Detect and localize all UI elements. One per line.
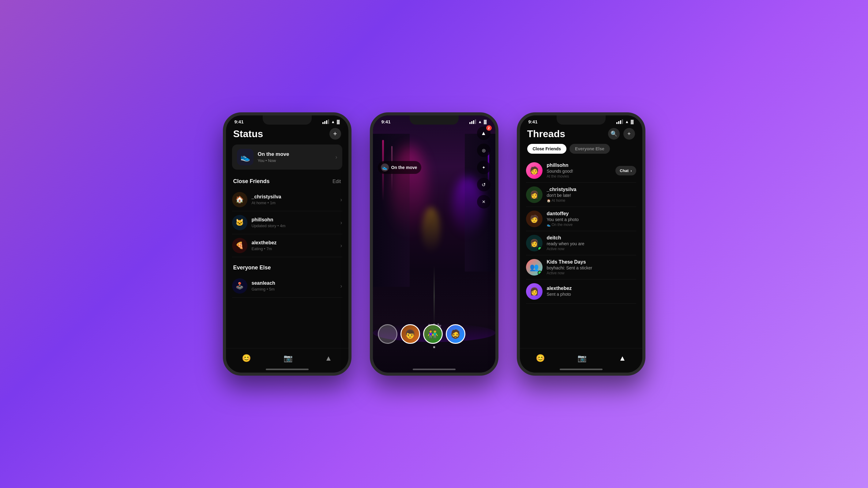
- nav-emoji-1[interactable]: 😊: [242, 354, 251, 363]
- contact-status-1: At home • 1m: [252, 201, 336, 205]
- thread-name-6: alexthebez: [547, 286, 636, 291]
- threads-page-title: Threads: [527, 128, 565, 140]
- story-status-label[interactable]: 👟 On the move: [378, 161, 422, 174]
- thread-phillsohn[interactable]: 🧑 phillsohn Sounds good! At the movies C…: [526, 159, 636, 183]
- thread-name-3: dantoffey: [547, 211, 636, 216]
- status-page-title: Status: [233, 128, 263, 140]
- nav-send-3[interactable]: ▲: [619, 354, 626, 363]
- battery-icon-1: ▓: [337, 119, 340, 124]
- phone-3-frame: 9:41 ▲ ▓ Threads 🔍: [517, 112, 645, 376]
- story-star-button[interactable]: ✦: [477, 161, 491, 174]
- thread-dantoffey[interactable]: 🧑 dantoffey You sent a photo 👟 On the mo…: [526, 207, 636, 231]
- contact-phillsohn[interactable]: 🐱 phillsohn Updated story • 4m ›: [232, 211, 342, 234]
- thread-status-2: 🏠 At home: [547, 199, 636, 203]
- online-indicator-5: [538, 271, 542, 275]
- phone-3-notch: [557, 115, 606, 125]
- status-icons-1: ▲ ▓: [322, 119, 340, 124]
- story-refresh-button[interactable]: ↺: [477, 178, 491, 191]
- story-close-button[interactable]: ✕: [477, 195, 491, 209]
- contact-seanleach[interactable]: 🕹️ seanleach Gaming • 5m ›: [232, 275, 342, 298]
- chat-button-1[interactable]: Chat ›: [615, 166, 636, 176]
- thread-kids-these-days[interactable]: 👥 Kids These Days boyhachi: Sent a stick…: [526, 255, 636, 279]
- tab-everyone-else[interactable]: Everyone Else: [569, 144, 610, 154]
- location-icon: ◎: [482, 148, 486, 153]
- status-icons-2: ▲ ▓: [469, 119, 487, 124]
- thread-preview-2: don't be late!: [547, 193, 636, 198]
- nav-emoji-3[interactable]: 😊: [536, 354, 545, 363]
- status-time-1: 9:41: [235, 119, 244, 124]
- thread-content-4: deitch ready when you are Active now: [547, 235, 636, 251]
- thread-status-5: Active now: [547, 271, 636, 275]
- battery-icon-3: ▓: [631, 119, 633, 124]
- story-top-bar: 👟 On the move ▲ 2 ◎ ✦ ↺: [373, 126, 495, 209]
- thread-preview-1: Sounds good!: [547, 169, 612, 174]
- contact-status-2: Updated story • 4m: [252, 223, 336, 228]
- thread-name-5: Kids These Days: [547, 259, 636, 265]
- thread-alexthebez[interactable]: 👩 alexthebez Sent a photo: [526, 279, 636, 304]
- search-icon: 🔍: [611, 130, 617, 137]
- signal-icon-2: [469, 119, 476, 124]
- contact-info-3: alexthebez Eating • 7m: [252, 240, 336, 251]
- add-status-button[interactable]: +: [330, 128, 341, 140]
- home-indicator-2: [413, 369, 456, 370]
- everyone-else-label: Everyone Else: [233, 265, 271, 271]
- thread-preview-5: boyhachi: Sent a sticker: [547, 266, 636, 270]
- contact-status-3: Eating • 7m: [252, 246, 336, 251]
- tab-close-friends[interactable]: Close Friends: [527, 144, 567, 154]
- nav-send-1[interactable]: ▲: [325, 354, 332, 363]
- thread-content-1: phillsohn Sounds good! At the movies: [547, 162, 612, 179]
- contact-alexthebez[interactable]: 🍕 alexthebez Eating • 7m ›: [232, 234, 342, 257]
- thread-preview-3: You sent a photo: [547, 217, 636, 222]
- home-indicator-1: [266, 369, 309, 370]
- contact-chevron-4: ›: [340, 283, 342, 289]
- thread-avatar-5: 👥: [526, 259, 542, 276]
- edit-button[interactable]: Edit: [333, 179, 341, 184]
- thread-avatar-2: 👩: [526, 186, 542, 203]
- contact-avatar-4: 🕹️: [232, 278, 247, 294]
- thread-deitch[interactable]: 👩 deitch ready when you are Active now: [526, 231, 636, 255]
- cross-icon: ✕: [482, 199, 486, 204]
- my-status-avatar: 👟: [237, 149, 253, 165]
- contact-status-4: Gaming • 5m: [252, 287, 336, 292]
- wifi-icon-2: ▲: [478, 119, 482, 124]
- thread-avatar-4: 👩: [526, 235, 542, 251]
- thread-name-1: phillsohn: [547, 162, 612, 168]
- my-status-emoji: 👟: [240, 152, 250, 162]
- phone-threads: 9:41 ▲ ▓ Threads 🔍: [517, 112, 645, 376]
- search-button[interactable]: 🔍: [608, 128, 620, 140]
- thread-christysilva[interactable]: 👩 _christysilva don't be late! 🏠 At home: [526, 183, 636, 207]
- my-status-name: On the move: [258, 151, 331, 157]
- thread-preview-6: Sent a photo: [547, 292, 636, 297]
- phone-1-screen: 9:41 ▲ ▓ Status +: [226, 115, 348, 373]
- my-status-card[interactable]: 👟 On the move You • Now ›: [232, 145, 342, 170]
- thread-content-2: _christysilva don't be late! 🏠 At home: [547, 187, 636, 203]
- nav-camera-1[interactable]: 📷: [283, 354, 293, 363]
- my-status-meta: You • Now: [258, 158, 331, 163]
- phone-2-screen: 漢字 9:41 ▲ ▓: [373, 115, 495, 373]
- battery-icon-2: ▓: [484, 119, 487, 124]
- threads-actions: 🔍 +: [608, 128, 635, 140]
- send-badge: 2: [486, 125, 492, 131]
- contact-christysilva[interactable]: 🏠 _christysilva At home • 1m ›: [232, 188, 342, 211]
- viewer-avatar-3: 👫: [423, 324, 443, 344]
- viewer-avatar-4: 🧔: [446, 324, 465, 344]
- phone-1-notch: [263, 115, 312, 125]
- nav-camera-3[interactable]: 📷: [578, 354, 587, 363]
- story-send-button[interactable]: ▲ 2: [477, 126, 491, 140]
- contact-name-3: alexthebez: [252, 240, 336, 246]
- contact-info-1: _christysilva At home • 1m: [252, 194, 336, 205]
- street-lines: [434, 266, 435, 327]
- story-right-actions: ▲ 2 ◎ ✦ ↺ ✕: [477, 126, 491, 209]
- contact-chevron-3: ›: [340, 242, 342, 249]
- contact-chevron-1: ›: [340, 196, 342, 203]
- wifi-icon-1: ▲: [331, 119, 335, 124]
- close-friends-list: 🏠 _christysilva At home • 1m › 🐱 phillso…: [226, 188, 348, 257]
- contact-chevron-2: ›: [340, 219, 342, 226]
- thread-list: 🧑 phillsohn Sounds good! At the movies C…: [520, 159, 642, 304]
- threads-header: Threads 🔍 +: [520, 125, 642, 144]
- story-location-button[interactable]: ◎: [477, 144, 491, 157]
- status-shoe-icon: 👟: [547, 223, 551, 226]
- story-viewers: 👦 👫 🧔: [378, 324, 491, 344]
- wifi-icon-3: ▲: [625, 119, 629, 124]
- add-thread-button[interactable]: +: [623, 128, 635, 140]
